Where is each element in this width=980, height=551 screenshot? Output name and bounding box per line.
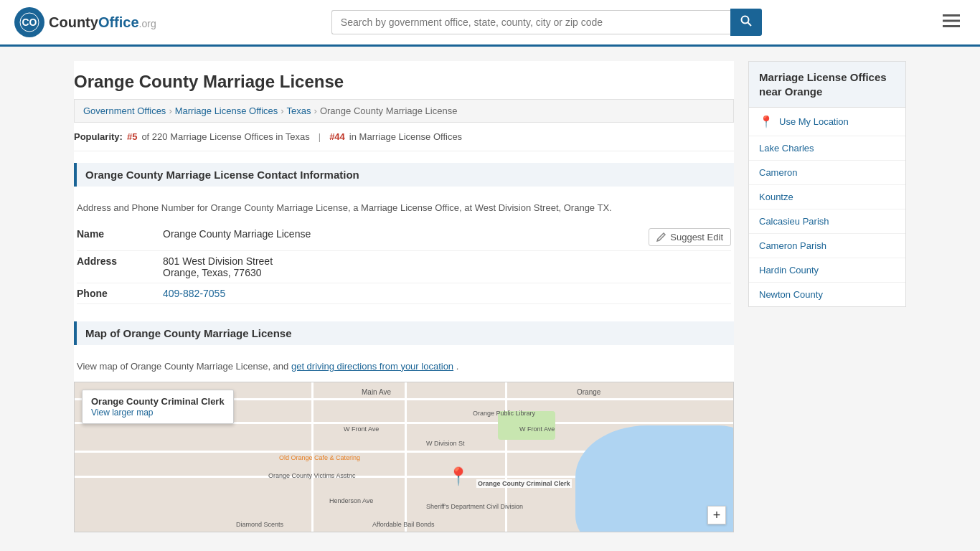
- sidebar-link-lake-charles[interactable]: Lake Charles: [749, 136, 905, 161]
- contact-info-grid: Name Orange County Marriage License Sugg…: [74, 224, 734, 304]
- address-row: Address 801 West Division Street Orange,…: [77, 251, 731, 283]
- logo-office: Office: [98, 14, 139, 30]
- name-label: Name: [77, 228, 163, 240]
- map-label-division: W Division St: [426, 440, 465, 447]
- svg-point-2: [741, 17, 748, 24]
- map-pin: 📍: [448, 466, 469, 486]
- sidebar-link-cameron-parish[interactable]: Cameron Parish: [749, 234, 905, 258]
- map-label-old-orange: Old Orange Cafe & Catering: [279, 454, 360, 461]
- map-overlay-card: Orange County Criminal Clerk View larger…: [82, 390, 234, 424]
- popularity-total: of 220 Marriage License Offices in Texas: [141, 131, 309, 142]
- content-area: Orange County Marriage License Governmen…: [74, 61, 734, 532]
- popularity-label: Popularity:: [74, 131, 123, 142]
- logo-icon: CO: [14, 7, 44, 37]
- address-label: Address: [77, 255, 163, 267]
- map-label-diamond: Diamond Scents: [236, 521, 283, 528]
- main-container: Orange County Marriage License Governmen…: [60, 47, 920, 547]
- sidebar-link-cameron[interactable]: Cameron: [749, 161, 905, 185]
- suggest-edit-button[interactable]: Suggest Edit: [649, 228, 731, 246]
- map-label-front-w2: W Front Ave: [519, 425, 555, 433]
- hamburger-icon: [943, 14, 960, 27]
- address-value: 801 West Division Street Orange, Texas, …: [163, 255, 273, 278]
- street-7th: [405, 382, 407, 532]
- contact-section-header: Orange County Marriage License Contact I…: [74, 163, 734, 187]
- map-overlay-title: Orange County Criminal Clerk: [91, 396, 225, 407]
- address-line2: Orange, Texas, 77630: [163, 267, 273, 278]
- breadcrumb-link-gov[interactable]: Government Offices: [83, 105, 166, 116]
- phone-value: 409-882-7055: [163, 288, 225, 299]
- location-pin-icon: 📍: [759, 115, 773, 128]
- map-label-sheriff: Sheriff's Department Civil Division: [426, 503, 523, 510]
- name-value: Orange County Marriage License: [163, 228, 311, 240]
- breadcrumb: Government Offices › Marriage License Of…: [74, 99, 734, 123]
- svg-rect-4: [943, 14, 960, 17]
- page-title: Orange County Marriage License: [74, 61, 734, 99]
- logo-area: CO CountyOffice.org: [14, 7, 156, 37]
- edit-icon: [656, 232, 666, 242]
- header: CO CountyOffice.org: [0, 0, 980, 47]
- map-label-criminal-clerk: Orange County Criminal Clerk: [476, 479, 572, 488]
- sidebar-box: Marriage License Offices near Orange 📍 U…: [748, 61, 906, 307]
- breadcrumb-link-texas[interactable]: Texas: [287, 105, 311, 116]
- sidebar-link-hardin-county[interactable]: Hardin County: [749, 258, 905, 283]
- menu-button[interactable]: [937, 10, 966, 34]
- breadcrumb-sep-3: ›: [314, 105, 317, 116]
- map-label-henderson: Henderson Ave: [329, 497, 373, 504]
- sidebar-title: Marriage License Offices near Orange: [749, 62, 905, 108]
- phone-row: Phone 409-882-7055: [77, 283, 731, 304]
- map-label-orange: Orange: [577, 388, 600, 396]
- address-line1: 801 West Division Street: [163, 255, 273, 267]
- phone-link[interactable]: 409-882-7055: [163, 288, 225, 299]
- use-my-location-button[interactable]: 📍 Use My Location: [749, 108, 905, 136]
- svg-rect-6: [943, 25, 960, 27]
- use-my-location-label: Use My Location: [779, 116, 849, 127]
- search-input[interactable]: [331, 10, 730, 34]
- map-desc-prefix: View map of Orange County Marriage Licen…: [77, 361, 291, 372]
- map-label-victims: Orange County Victims Asstnc: [268, 472, 355, 479]
- breadcrumb-current: Orange County Marriage License: [320, 105, 458, 116]
- sidebar-link-newton-county[interactable]: Newton County: [749, 283, 905, 306]
- map-section-header: Map of Orange County Marriage License: [74, 321, 734, 345]
- driving-directions-link[interactable]: get driving directions from your locatio…: [291, 361, 453, 372]
- contact-description: Address and Phone Number for Orange Coun…: [74, 195, 734, 224]
- breadcrumb-link-marriage[interactable]: Marriage License Offices: [175, 105, 278, 116]
- breadcrumb-sep-1: ›: [169, 105, 171, 116]
- popularity-separator: |: [319, 131, 321, 142]
- map-container[interactable]: Main Ave Orange Orange Public Library W …: [74, 382, 734, 532]
- svg-line-3: [748, 23, 751, 27]
- popularity-bar: Popularity: #5 of 220 Marriage License O…: [74, 123, 734, 151]
- name-row: Name Orange County Marriage License Sugg…: [77, 224, 731, 251]
- popularity-national-rank: #44: [329, 131, 345, 142]
- map-label-bail: Affordable Bail Bonds: [372, 521, 434, 528]
- phone-label: Phone: [77, 288, 163, 299]
- map-label-front-w1: W Front Ave: [344, 425, 379, 433]
- map-label-main-ave: Main Ave: [362, 388, 391, 396]
- sidebar: Marriage License Offices near Orange 📍 U…: [748, 61, 906, 532]
- map-desc-suffix: .: [456, 361, 459, 372]
- breadcrumb-sep-2: ›: [281, 105, 283, 116]
- sidebar-link-kountze[interactable]: Kountze: [749, 185, 905, 209]
- map-label-library: Orange Public Library: [473, 410, 535, 417]
- svg-rect-5: [943, 20, 960, 22]
- logo-text: CountyOffice.org: [49, 14, 156, 31]
- map-zoom-button[interactable]: +: [707, 506, 726, 524]
- view-larger-map-link[interactable]: View larger map: [91, 408, 153, 418]
- sidebar-link-calcasieu-parish[interactable]: Calcasieu Parish: [749, 209, 905, 234]
- search-area: [331, 9, 762, 36]
- search-icon: [740, 15, 752, 27]
- popularity-rank: #5: [127, 131, 137, 142]
- popularity-national-label: in Marriage License Offices: [349, 131, 462, 142]
- map-description: View map of Orange County Marriage Licen…: [74, 354, 734, 382]
- svg-text:CO: CO: [22, 17, 37, 28]
- search-button[interactable]: [730, 9, 762, 36]
- suggest-edit-label: Suggest Edit: [670, 232, 723, 242]
